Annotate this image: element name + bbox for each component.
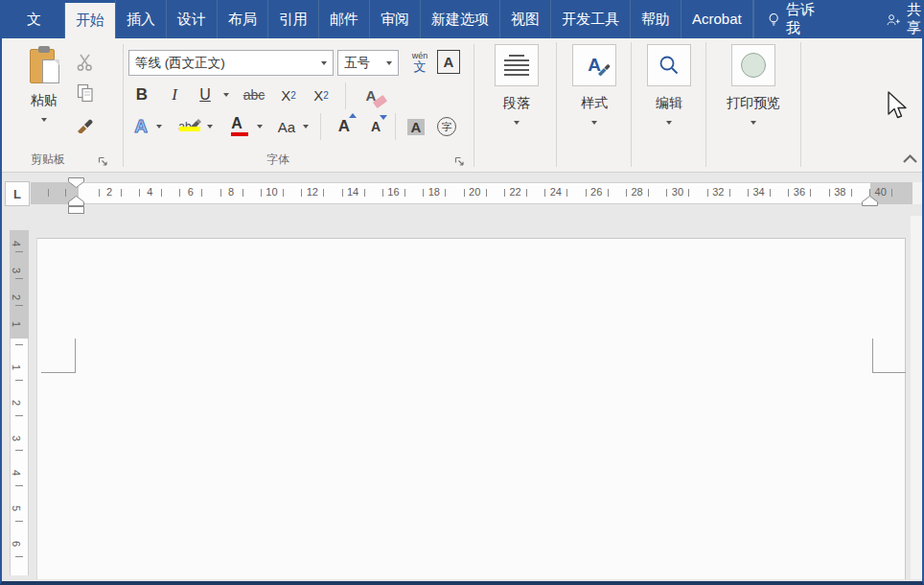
ruler-number: 22 xyxy=(509,186,520,198)
phonetic-guide-button[interactable]: wén 文 xyxy=(406,47,433,78)
tab-7[interactable]: 新建选项 xyxy=(420,0,499,38)
copy-button[interactable] xyxy=(73,81,98,105)
ruler-tick xyxy=(648,189,649,197)
ruler-tick xyxy=(121,189,122,197)
ruler-tick xyxy=(748,189,749,197)
superscript-button[interactable]: X2 xyxy=(309,82,334,107)
bold-button[interactable]: B xyxy=(130,82,153,107)
tab-4[interactable]: 引用 xyxy=(267,0,318,38)
tell-me-button[interactable]: 告诉我 xyxy=(753,0,831,38)
tab-file[interactable]: 文件 xyxy=(2,0,64,38)
ruler-tick xyxy=(891,189,892,197)
grow-font-button[interactable]: A xyxy=(330,113,358,140)
scrollbar-zone[interactable] xyxy=(911,216,922,579)
ruler-tick xyxy=(301,189,302,197)
chevron-up-icon xyxy=(902,153,918,164)
ruler-tick xyxy=(688,189,689,197)
ruler-tick xyxy=(15,251,23,252)
ruler-tick xyxy=(15,415,23,416)
font-size-dropdown-arrow[interactable] xyxy=(386,61,392,65)
clear-formatting-icon: A xyxy=(366,87,377,104)
enclose-characters-button[interactable]: 字 xyxy=(433,113,460,140)
font-size-combobox[interactable]: 五号 xyxy=(337,50,399,76)
strikethrough-button[interactable]: abc xyxy=(238,82,270,107)
text-effects-dropdown-arrow[interactable] xyxy=(156,125,162,129)
underline-button[interactable]: U xyxy=(194,82,217,107)
paragraph-group-button[interactable]: 段落 xyxy=(478,44,555,165)
ruler-tick xyxy=(608,189,609,197)
ruler-tick xyxy=(15,380,23,381)
font-name-dropdown-arrow[interactable] xyxy=(321,61,327,65)
font-color-button[interactable]: A xyxy=(222,113,251,140)
ruler-number: 30 xyxy=(672,186,683,198)
right-indent-marker[interactable] xyxy=(862,196,878,206)
share-button[interactable]: 共享 xyxy=(873,0,924,38)
hanging-indent-marker[interactable] xyxy=(68,196,84,206)
ruler-number: 2 xyxy=(11,400,22,406)
margin-corner-mark-topright-v xyxy=(872,339,873,372)
tab-selector-button[interactable]: L xyxy=(5,181,30,206)
print-preview-group-button[interactable]: 打印预览 xyxy=(708,44,798,165)
paste-label: 粘贴 xyxy=(31,92,58,109)
paragraph-dropdown-arrow xyxy=(514,121,520,125)
cut-button[interactable] xyxy=(73,50,98,75)
clear-formatting-button[interactable]: A xyxy=(355,82,387,107)
font-color-dropdown-arrow[interactable] xyxy=(257,125,263,129)
ribbon-tab-bar: 文件 开始插入设计布局引用邮件审阅新建选项视图开发工具帮助Acrobat 告诉我 xyxy=(2,0,922,38)
tab-0[interactable]: 开始 xyxy=(64,3,115,38)
shrink-font-button[interactable]: A xyxy=(362,113,389,140)
first-line-indent-marker[interactable] xyxy=(68,177,84,188)
tab-6[interactable]: 审阅 xyxy=(369,0,420,38)
tab-1[interactable]: 插入 xyxy=(115,0,166,38)
ruler-tick xyxy=(48,189,49,197)
subscript-button[interactable]: X2 xyxy=(276,82,301,107)
horizontal-ruler[interactable]: L 246810121416182022242628303234363840 xyxy=(2,173,922,216)
text-effects-button[interactable]: A xyxy=(128,113,153,140)
ruler-tick xyxy=(161,189,162,197)
ruler-tick xyxy=(364,189,365,197)
ruler-tick xyxy=(179,189,180,197)
left-indent-marker[interactable] xyxy=(68,206,84,214)
character-shading-button[interactable]: A xyxy=(403,113,429,140)
underline-dropdown-arrow[interactable] xyxy=(223,93,229,97)
ruler-tick xyxy=(15,521,23,522)
editing-group-button[interactable]: 编辑 xyxy=(633,44,705,165)
ruler-number: 18 xyxy=(428,186,440,198)
highlight-dropdown-arrow[interactable] xyxy=(207,125,213,129)
ruler-number: 2 xyxy=(106,186,112,198)
font-name-combobox[interactable]: 等线 (西文正文) xyxy=(128,50,334,76)
ruler-number: 20 xyxy=(469,186,480,198)
paste-button[interactable]: 粘贴 xyxy=(17,46,71,146)
paragraph-group-label: 段落 xyxy=(503,95,530,112)
tab-8[interactable]: 视图 xyxy=(499,0,550,38)
ruler-number: 4 xyxy=(147,186,152,198)
text-highlight-button[interactable]: ab xyxy=(171,113,199,140)
mouse-cursor xyxy=(887,91,910,122)
font-name-value: 等线 (西文正文) xyxy=(135,55,225,72)
collapse-ribbon-button[interactable] xyxy=(899,150,920,167)
ruler-number: 5 xyxy=(11,505,22,511)
tab-3[interactable]: 布局 xyxy=(217,0,267,38)
styles-group-button[interactable]: A 样式 xyxy=(558,44,631,165)
change-case-button[interactable]: Aa xyxy=(272,113,301,140)
ruler-tick xyxy=(486,189,487,197)
tab-2[interactable]: 设计 xyxy=(166,0,217,38)
tab-11[interactable]: Acrobat xyxy=(681,0,753,38)
ruler-tick xyxy=(544,189,545,197)
format-painter-button[interactable] xyxy=(73,111,98,136)
document-page[interactable] xyxy=(36,238,906,579)
margin-corner-mark-topright-h xyxy=(872,372,906,373)
italic-button[interactable]: I xyxy=(163,82,186,107)
paste-dropdown-arrow[interactable] xyxy=(41,118,47,122)
change-case-dropdown-arrow[interactable] xyxy=(303,125,309,129)
tab-9[interactable]: 开发工具 xyxy=(550,0,630,38)
ruler-number: 1 xyxy=(11,364,22,370)
ruler-tick xyxy=(810,189,811,197)
clipboard-dialog-launcher[interactable] xyxy=(98,153,109,165)
tab-5[interactable]: 邮件 xyxy=(318,0,369,38)
font-dialog-launcher[interactable] xyxy=(454,153,466,165)
tab-10[interactable]: 帮助 xyxy=(630,0,681,38)
character-border-button[interactable]: A xyxy=(437,50,460,74)
print-preview-group-label: 打印预览 xyxy=(727,95,780,112)
ruler-tick xyxy=(283,189,284,197)
